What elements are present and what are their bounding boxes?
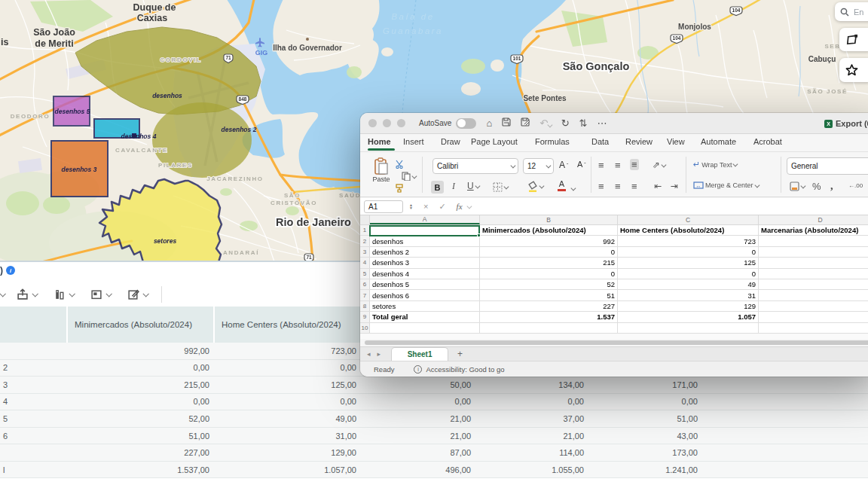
edit-button[interactable] [127,288,148,300]
paste-button[interactable]: Paste [366,157,396,193]
add-sheet-button[interactable]: + [457,349,463,359]
grid-row[interactable]: 6desenhos 55249 [360,279,868,290]
decimal-button[interactable]: ←.00 [848,182,863,189]
next-sheet-icon[interactable]: ▸ [377,350,381,358]
align-center-button[interactable]: ≡ [615,181,621,192]
grid-row[interactable]: 10 [360,323,868,334]
table-row[interactable]: l1.537,001.057,00496,001.055,001.241,00 [0,462,868,479]
horizontal-scrollbar[interactable] [365,340,868,345]
tab-acrobat[interactable]: Acrobat [753,137,782,146]
merge-center-button[interactable]: ↔Merge & Center [693,181,758,189]
formula-input[interactable] [478,200,868,213]
tab-review[interactable]: Review [625,137,653,146]
excel-window[interactable]: AutoSave ⌂ ↶ ↻ ⇅ ⋯ X Export (6 Home Inse… [360,113,868,377]
tab-automate[interactable]: Automate [701,137,736,146]
tab-draw[interactable]: Draw [441,137,460,146]
wrap-text-button[interactable]: ↵Wrap Text [693,160,737,169]
grid-row[interactable]: 8setores227129 [360,301,868,312]
spreadsheet-grid[interactable]: A B C D 1Minimercados (Absoluto/2024)Hom… [360,215,868,339]
save-as-icon[interactable] [521,117,530,129]
name-box[interactable]: A1 [364,200,403,213]
underline-button[interactable]: U [467,181,478,191]
fx-icon[interactable]: fx [457,202,463,211]
tab-data[interactable]: Data [591,137,609,146]
grid-row[interactable]: 7desenhos 65131 [360,290,868,300]
home-icon[interactable]: ⌂ [486,117,492,129]
align-bottom-button[interactable]: ≡ [630,159,639,170]
align-left-button[interactable]: ≡ [598,181,604,192]
col-C[interactable]: C [618,215,759,224]
table-row[interactable]: 227,00129,0087,00114,00173,00 [0,444,868,462]
enter-icon[interactable]: ✓ [439,202,445,212]
format-painter-icon[interactable] [395,184,404,193]
font-color-button[interactable]: A [558,180,566,191]
table-row[interactable]: 40,000,000,000,000,00 [0,394,868,411]
autosave-toggle[interactable] [456,118,476,129]
grid-row[interactable]: 9Total geral1.5371.057 [360,312,868,322]
redo-icon[interactable]: ↻ [561,117,570,129]
cut-icon[interactable] [395,160,404,169]
name-box-spinner[interactable]: ▲▼ [409,203,413,209]
grid-row[interactable]: 5desenhos 400 [360,269,868,279]
tab-view[interactable]: View [667,137,685,146]
grid-row[interactable]: 2desenhos992723 [360,236,868,246]
label-duque-1: Duque de [133,2,176,13]
info-icon[interactable]: i [6,266,15,275]
borders-button[interactable] [493,182,508,192]
select-all-corner[interactable] [360,215,370,224]
align-top-button[interactable]: ≡ [598,160,604,171]
comma-style-button[interactable]: , [830,179,833,192]
tab-home[interactable]: Home [368,137,391,146]
table-row[interactable]: 651,0031,0021,0021,0043,00 [0,428,868,445]
layout-button[interactable] [90,288,111,300]
grow-font-button[interactable]: Aˆ [559,160,568,170]
map-search-box[interactable]: En [835,2,868,21]
align-right-button[interactable]: ≡ [631,181,637,192]
label-cordovil: CORDOVIL [160,56,201,63]
sort-icon[interactable]: ⇅ [579,117,588,129]
window-zoom-button[interactable] [397,119,405,127]
column-headers[interactable]: A B C D [360,215,868,225]
col-D[interactable]: D [759,215,868,224]
window-close-button[interactable] [368,119,377,127]
increase-indent-button[interactable]: ⇥ [671,181,678,191]
table-row[interactable]: 3215,00125,0050,00134,00171,00 [0,377,868,394]
copy-icon[interactable] [402,172,416,181]
more-icon[interactable]: ⋯ [597,117,607,129]
cancel-icon[interactable]: × [423,202,428,211]
font-name-select[interactable]: Calibri [432,158,518,174]
accounting-format-button[interactable] [790,181,805,191]
draw-polygon-button[interactable] [839,58,868,82]
grid-row[interactable]: 3desenhos 200 [360,247,868,258]
font-size-select[interactable]: 12 [523,158,554,174]
export-button[interactable] [17,288,37,300]
bold-button[interactable]: B [431,181,444,194]
shrink-font-button[interactable]: Aˇ [577,160,586,169]
table-row[interactable]: 552,0049,0021,0037,0051,00 [0,410,868,428]
excel-titlebar[interactable]: AutoSave ⌂ ↶ ↻ ⇅ ⋯ X Export (6 [360,113,868,134]
tab-insert[interactable]: Insert [403,137,424,146]
save-icon[interactable] [502,117,511,129]
fill-color-button[interactable] [527,181,543,192]
prev-sheet-icon[interactable]: ◂ [367,350,371,358]
columns-button[interactable] [53,288,74,300]
window-minimize-button[interactable] [383,119,391,127]
draw-shape-button[interactable] [839,28,868,51]
grid-row[interactable]: 4desenhos 3215125 [360,258,868,268]
italic-button[interactable]: I [452,181,455,192]
label-nilopolis: is [1,37,8,47]
sheet-tab-sheet1[interactable]: Sheet1 [391,347,448,361]
percent-button[interactable]: % [812,181,821,192]
undo-icon[interactable]: ↶ [539,117,551,129]
decrease-indent-button[interactable]: ⇤ [654,181,662,191]
col-B[interactable]: B [480,215,618,224]
selected-cell-A1[interactable] [369,225,480,236]
align-middle-button[interactable]: ≡ [615,160,621,171]
divider [422,157,423,193]
col-A[interactable]: A [370,215,480,224]
tab-page-layout[interactable]: Page Layout [471,137,518,146]
number-format-select[interactable]: General [787,157,868,175]
orientation-button[interactable]: ⇗ [653,160,665,170]
chevron-down-icon[interactable] [0,291,6,297]
tab-formulas[interactable]: Formulas [535,137,570,146]
